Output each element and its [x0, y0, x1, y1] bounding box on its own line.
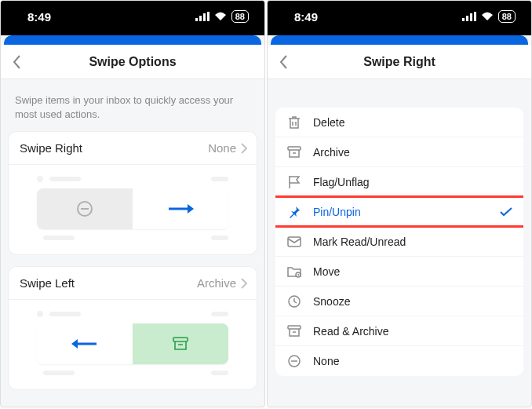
- cellular-icon: [462, 12, 476, 21]
- clock-icon: [286, 295, 302, 308]
- content-area: Swipe items in your inbox to quickly acc…: [1, 79, 264, 407]
- page-title: Swipe Right: [268, 55, 531, 69]
- option-archive[interactable]: Archive: [275, 137, 523, 167]
- option-delete[interactable]: Delete: [275, 108, 523, 137]
- trash-icon: [286, 115, 302, 130]
- svg-rect-14: [474, 12, 476, 21]
- option-label: Flag/Unflag: [313, 176, 370, 188]
- svg-rect-11: [462, 18, 465, 21]
- pin-icon: [286, 206, 302, 218]
- swipe-left-value: Archive: [197, 276, 236, 290]
- swipe-right-preview: [9, 165, 257, 254]
- none-icon: [77, 201, 93, 217]
- option-label: Read & Archive: [313, 325, 389, 338]
- option-label: Mark Read/Unread: [313, 236, 406, 248]
- svg-rect-12: [466, 16, 468, 21]
- option-snooze[interactable]: Snooze: [275, 287, 523, 316]
- svg-rect-4: [81, 208, 89, 210]
- swipe-left-row[interactable]: Swipe Left Archive: [9, 267, 257, 300]
- option-pin[interactable]: Pin/Unpin: [275, 197, 523, 227]
- nav-bar: Swipe Options: [1, 45, 264, 79]
- swipe-left-card: Swipe Left Archive: [9, 267, 257, 389]
- action-list: Delete Archive Flag/Unflag Pin/Unpin: [275, 108, 523, 376]
- option-label: Move: [313, 265, 340, 278]
- clock: 8:49: [294, 10, 318, 24]
- archive-icon: [173, 337, 188, 351]
- status-indicators: 88: [195, 10, 249, 23]
- archive-icon: [286, 146, 302, 159]
- wifi-icon: [214, 12, 227, 21]
- app-accent-strip: [4, 35, 261, 45]
- swipe-right-card: Swipe Right None: [9, 132, 257, 254]
- svg-rect-20: [288, 326, 301, 329]
- none-icon: [286, 355, 302, 367]
- chevron-right-icon: [241, 278, 247, 289]
- swipe-right-value: None: [208, 141, 236, 155]
- svg-marker-6: [188, 204, 194, 214]
- page-title: Swipe Options: [1, 55, 264, 69]
- option-none[interactable]: None: [275, 346, 523, 376]
- battery-indicator: 88: [231, 10, 249, 23]
- option-mark-read[interactable]: Mark Read/Unread: [275, 227, 523, 257]
- status-bar: 8:49 88: [268, 1, 531, 35]
- wifi-icon: [481, 12, 494, 21]
- option-label: Pin/Unpin: [313, 206, 361, 218]
- svg-rect-3: [207, 12, 210, 21]
- page-subtitle: Swipe items in your inbox to quickly acc…: [9, 79, 257, 132]
- nav-bar: Swipe Right: [268, 45, 531, 79]
- envelope-icon: [286, 236, 302, 247]
- svg-rect-1: [199, 16, 202, 21]
- status-indicators: 88: [462, 10, 516, 23]
- checkmark-icon: [500, 207, 512, 217]
- svg-rect-0: [195, 18, 198, 21]
- flag-icon: [286, 175, 302, 189]
- svg-rect-13: [470, 13, 472, 21]
- svg-rect-17: [288, 237, 301, 246]
- back-button[interactable]: [1, 54, 32, 70]
- swipe-right-row[interactable]: Swipe Right None: [9, 132, 257, 165]
- archive-icon: [286, 325, 302, 338]
- content-area: Delete Archive Flag/Unflag Pin/Unpin: [268, 79, 531, 407]
- svg-marker-8: [71, 339, 78, 349]
- option-flag[interactable]: Flag/Unflag: [275, 167, 523, 197]
- swipe-right-label: Swipe Right: [20, 141, 82, 155]
- arrow-right-icon: [167, 203, 194, 215]
- svg-rect-2: [203, 13, 206, 21]
- swipe-right-screen: 8:49 88 Swipe Right Delete: [267, 0, 532, 407]
- back-button[interactable]: [268, 54, 299, 70]
- battery-indicator: 88: [498, 10, 516, 23]
- option-move[interactable]: Move: [275, 257, 523, 287]
- clock: 8:49: [27, 10, 51, 24]
- swipe-left-preview: [9, 300, 257, 389]
- svg-rect-9: [173, 338, 188, 341]
- option-label: Snooze: [313, 295, 350, 308]
- option-label: Archive: [313, 146, 350, 159]
- status-bar: 8:49 88: [1, 1, 264, 35]
- cellular-icon: [195, 12, 210, 21]
- option-label: Delete: [313, 116, 344, 129]
- svg-rect-15: [288, 147, 301, 150]
- option-label: None: [313, 355, 339, 367]
- swipe-options-screen: 8:49 88 Swipe Options Swipe items in you…: [0, 0, 265, 407]
- chevron-right-icon: [241, 143, 247, 154]
- swipe-left-label: Swipe Left: [20, 276, 75, 290]
- arrow-left-icon: [71, 338, 98, 350]
- app-accent-strip: [271, 35, 528, 45]
- option-read-archive[interactable]: Read & Archive: [275, 316, 523, 346]
- folder-move-icon: [286, 265, 302, 278]
